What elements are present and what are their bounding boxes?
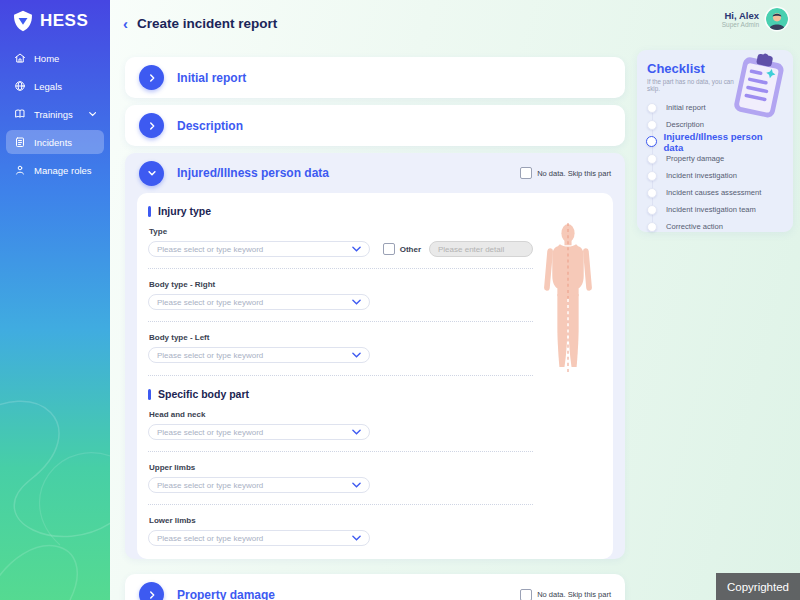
divider <box>148 375 533 376</box>
user-greeting: Hi, Alex Super Admin <box>722 8 788 30</box>
chevron-down-icon <box>352 299 361 305</box>
copyright-watermark: Copyrighted <box>716 573 800 600</box>
step-dot <box>647 120 657 130</box>
sidebar-item-label: Trainings <box>34 109 73 120</box>
skip-checkbox[interactable] <box>520 589 532 600</box>
field-label: Lower limbs <box>149 516 533 525</box>
step-dot <box>647 188 657 198</box>
globe-icon <box>14 80 26 92</box>
checklist-item-incident-investigation[interactable]: Incident investigation <box>647 167 783 184</box>
skip-checkbox[interactable] <box>520 167 532 179</box>
field-label: Type <box>149 227 533 236</box>
body-type-left-select[interactable]: Please select or type keyword <box>148 347 370 363</box>
report-icon <box>14 136 26 148</box>
step-dot <box>647 205 657 215</box>
expand-property-damage-button[interactable] <box>139 582 164 600</box>
chevron-down-icon <box>147 168 157 178</box>
sidebar-item-legals[interactable]: Legals <box>6 74 104 98</box>
field-upper-limbs: Upper limbs Please select or type keywor… <box>148 463 533 493</box>
field-label: Body type - Right <box>149 280 533 289</box>
divider <box>148 451 533 452</box>
chevron-right-icon <box>147 590 157 600</box>
body-type-right-select[interactable]: Please select or type keyword <box>148 294 370 310</box>
group-title: Specific body part <box>158 388 249 400</box>
expand-initial-report-button[interactable] <box>139 65 164 90</box>
field-lower-limbs: Lower limbs Please select or type keywor… <box>148 516 533 546</box>
step-dot-active <box>646 136 657 147</box>
step-dot <box>647 103 657 113</box>
page-title: Create incident report <box>137 16 277 31</box>
select-placeholder: Please select or type keyword <box>157 298 352 307</box>
other-label: Other <box>400 245 421 254</box>
select-placeholder: Please select or type keyword <box>157 245 352 254</box>
checklist-item-property-damage[interactable]: Property damage <box>647 150 783 167</box>
select-placeholder: Please select or type keyword <box>157 428 352 437</box>
book-icon <box>14 108 26 120</box>
checklist-item-incident-investigation-team[interactable]: Incident investigation team <box>647 201 783 218</box>
divider <box>148 504 533 505</box>
collapse-injured-button[interactable] <box>139 161 164 186</box>
injured-form-card: Injury type Type Please select or type k… <box>137 193 613 559</box>
divider <box>148 268 533 269</box>
app-logo: HESS <box>0 0 110 46</box>
section-title: Property damage <box>177 588 275 600</box>
chevron-down-icon <box>352 535 361 541</box>
field-type: Type Please select or type keyword Other <box>148 227 533 257</box>
sidebar-item-home[interactable]: Home <box>6 46 104 70</box>
sidebar-item-incidents[interactable]: Incidents <box>6 130 104 154</box>
user-role: Super Admin <box>722 21 759 28</box>
select-placeholder: Please select or type keyword <box>157 534 352 543</box>
upper-limbs-select[interactable]: Please select or type keyword <box>148 477 370 493</box>
group-specific-body-part: Specific body part <box>148 388 533 400</box>
sidebar: HESS Home Legals Trainings <box>0 0 110 600</box>
checklist-item-initial-report[interactable]: Initial report <box>647 99 783 116</box>
head-and-neck-select[interactable]: Please select or type keyword <box>148 424 370 440</box>
select-placeholder: Please select or type keyword <box>157 481 352 490</box>
chevron-down-icon <box>352 352 361 358</box>
section-initial-report: Initial report <box>125 57 625 98</box>
group-accent-bar <box>148 389 151 400</box>
checklist-panel: Checklist If the part has no data, you c… <box>637 50 793 232</box>
checklist-subtitle: If the part has no data, you can skip. <box>647 78 742 92</box>
sidebar-item-trainings[interactable]: Trainings <box>6 102 104 126</box>
field-label: Upper limbs <box>149 463 533 472</box>
sidebar-item-label: Home <box>34 53 59 64</box>
step-dot <box>647 222 657 232</box>
back-button[interactable]: ‹ <box>123 16 128 31</box>
field-body-type-left: Body type - Left Please select or type k… <box>148 333 533 363</box>
chevron-right-icon <box>147 73 157 83</box>
group-accent-bar <box>148 206 151 217</box>
checklist-item-incident-causes-assessment[interactable]: Incident causes assessment <box>647 184 783 201</box>
group-title: Injury type <box>158 205 211 217</box>
step-dot <box>647 154 657 164</box>
field-label: Head and neck <box>149 410 533 419</box>
checklist-item-corrective-action[interactable]: Corrective action <box>647 218 783 235</box>
greeting-text: Hi, Alex <box>722 10 759 21</box>
checklist-list: Initial report Description Injured/Illne… <box>647 99 783 235</box>
avatar[interactable] <box>766 8 788 30</box>
shield-icon <box>12 10 34 32</box>
chevron-down-icon <box>352 482 361 488</box>
step-dot <box>647 171 657 181</box>
lower-limbs-select[interactable]: Please select or type keyword <box>148 530 370 546</box>
user-icon <box>14 164 26 176</box>
section-title: Injured/Illness person data <box>177 166 329 180</box>
sidebar-item-label: Incidents <box>34 137 72 148</box>
section-title: Initial report <box>177 71 246 85</box>
section-property-damage: Property damage No data. Skip this part <box>125 574 625 600</box>
checklist-item-injured-person-data[interactable]: Injured/Illness person data <box>647 133 783 150</box>
field-label: Body type - Left <box>149 333 533 342</box>
home-icon <box>14 52 26 64</box>
expand-description-button[interactable] <box>139 113 164 138</box>
skip-label: No data. Skip this part <box>537 590 611 599</box>
divider <box>148 321 533 322</box>
chevron-right-icon <box>147 121 157 131</box>
sidebar-item-manage-roles[interactable]: Manage roles <box>6 158 104 182</box>
field-body-type-right: Body type - Right Please select or type … <box>148 280 533 310</box>
type-select[interactable]: Please select or type keyword <box>148 241 370 257</box>
other-detail-input[interactable] <box>429 241 533 257</box>
sidebar-item-label: Manage roles <box>34 165 92 176</box>
sidebar-item-label: Legals <box>34 81 62 92</box>
avatar-image <box>766 8 788 30</box>
other-checkbox[interactable] <box>383 243 395 255</box>
